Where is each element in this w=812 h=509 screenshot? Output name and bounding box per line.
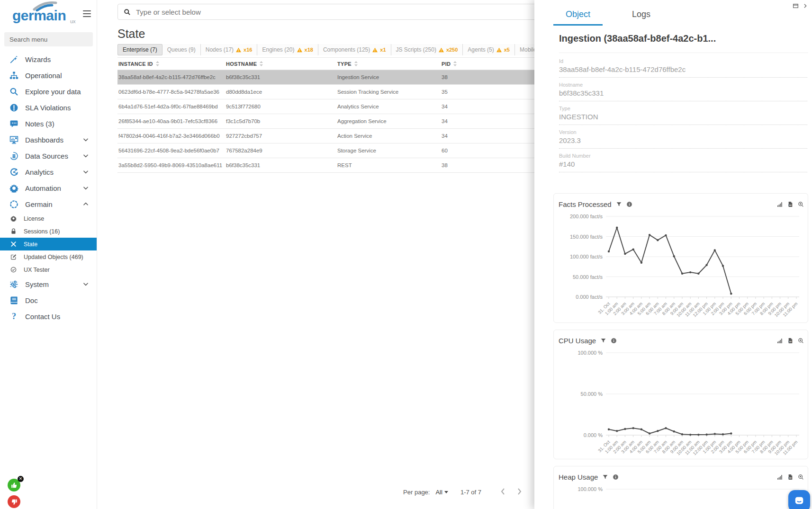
svg-text:!: ! bbox=[441, 49, 442, 52]
sidebar-item-label: SLA Violations bbox=[25, 104, 71, 112]
table-row[interactable]: 0623df6d-b78e-4777-8c5a-94278fa5ae36 d80… bbox=[117, 85, 539, 99]
warning-count: x16 bbox=[244, 47, 252, 53]
svg-text:!: ! bbox=[375, 49, 376, 52]
svg-text:CSV: CSV bbox=[789, 477, 792, 479]
field-build-number: Build Number #140 bbox=[559, 149, 807, 172]
table-row[interactable]: 26f85344-ae10-40aa-9b01-7efc53cf8366 f3c… bbox=[117, 114, 539, 129]
sidebar-subitem-license[interactable]: License bbox=[0, 212, 97, 225]
sidebar-subitem-ux-tester[interactable]: UX Tester bbox=[0, 263, 97, 276]
column-header-pid[interactable]: PID bbox=[441, 61, 539, 67]
sidebar-item-dashboards[interactable]: Dashboards bbox=[0, 132, 97, 148]
info-icon[interactable] bbox=[626, 201, 632, 207]
tab-object[interactable]: Object bbox=[553, 7, 603, 26]
sidebar-item-contact-us[interactable]: ? Contact Us bbox=[0, 308, 97, 324]
sidebar-item-germain[interactable]: Germain bbox=[0, 196, 97, 212]
tab-agents-5[interactable]: Agents (5) !x5 bbox=[463, 44, 515, 55]
info-icon[interactable] bbox=[613, 474, 619, 480]
sidebar-subitem-updated-objects-469[interactable]: Updated Objects (469) bbox=[0, 250, 97, 263]
chevron-up-icon bbox=[82, 201, 89, 207]
filter-icon[interactable] bbox=[616, 201, 622, 207]
table-row[interactable]: 6b4a1d76-51ef-4d2a-9f0c-67fae88469bd 9c5… bbox=[117, 99, 539, 114]
sidebar-item-label: Germain bbox=[25, 200, 53, 208]
zoom-in-icon[interactable] bbox=[798, 474, 804, 480]
tab-engines-20[interactable]: Engines (20) !x18 bbox=[257, 44, 318, 55]
chart-title: CPU Usage bbox=[559, 337, 596, 345]
warning-icon: ! bbox=[297, 47, 303, 53]
thumbs-up-button[interactable]: ✕ bbox=[8, 479, 20, 491]
sidebar-item-explore-your-data[interactable]: Explore your data bbox=[0, 83, 97, 99]
warning-icon: ! bbox=[372, 47, 378, 53]
info-icon[interactable] bbox=[611, 338, 617, 344]
sliders-icon bbox=[9, 279, 20, 289]
sort-icon[interactable] bbox=[354, 61, 358, 66]
sidebar-item-wizards[interactable]: Wizards bbox=[0, 51, 97, 67]
zoom-in-icon[interactable] bbox=[798, 338, 804, 344]
tab-queues-9[interactable]: Queues (9) bbox=[162, 44, 201, 55]
sidebar-nav: Wizards Operational Explore your data SL… bbox=[0, 51, 97, 212]
object-detail-panel: Object Logs Ingestion (38aa58af-b8ef-4a2… bbox=[534, 0, 812, 509]
sidebar-item-automation[interactable]: Automation bbox=[0, 180, 97, 196]
sidebar-subitem-sessions-16[interactable]: Sessions (16) bbox=[0, 225, 97, 238]
sidebar-item-sla-violations[interactable]: SLA Violations bbox=[0, 99, 97, 116]
table-row[interactable]: 56431696-22cf-4508-9ea2-bde56f0ae0b7 767… bbox=[117, 143, 539, 158]
column-header-hostname[interactable]: HOSTNAME bbox=[225, 61, 336, 67]
filter-icon[interactable] bbox=[600, 338, 606, 344]
sidebar-nav-bottom: System Doc ? Contact Us bbox=[0, 276, 97, 324]
sidebar-item-label: Contact Us bbox=[25, 313, 60, 321]
sidebar-item-system[interactable]: System bbox=[0, 276, 97, 292]
svg-text:50.000 %: 50.000 % bbox=[581, 391, 603, 397]
sidebar-item-data-sources[interactable]: Data Sources bbox=[0, 148, 97, 164]
tab-logs[interactable]: Logs bbox=[620, 7, 663, 26]
tab-components-125[interactable]: Components (125) !x1 bbox=[318, 44, 391, 55]
sidebar-subitem-label: Updated Objects (469) bbox=[24, 254, 83, 260]
next-page-button[interactable] bbox=[511, 486, 528, 499]
sort-icon[interactable] bbox=[156, 61, 159, 66]
sidebar-item-analytics[interactable]: Analytics bbox=[0, 164, 97, 180]
sort-icon[interactable] bbox=[453, 61, 457, 66]
tab-nodes-17[interactable]: Nodes (17) !x16 bbox=[201, 44, 258, 55]
bar-chart-icon[interactable] bbox=[777, 474, 783, 480]
sidebar-item-notes-3[interactable]: Notes (3) bbox=[0, 116, 97, 132]
table-row[interactable]: f47802d4-0046-416f-b7a2-3e3466d066b0 927… bbox=[117, 129, 539, 143]
export-csv-icon[interactable]: CSV bbox=[787, 338, 794, 344]
sitemap-icon bbox=[9, 71, 20, 80]
bar-chart-icon[interactable] bbox=[777, 338, 783, 344]
sidebar-item-operational[interactable]: Operational bbox=[0, 67, 97, 83]
hamburger-menu-icon[interactable] bbox=[83, 10, 91, 19]
expand-window-icon[interactable] bbox=[793, 3, 799, 9]
main-search-input[interactable] bbox=[136, 8, 533, 16]
caret-down-icon bbox=[444, 491, 448, 493]
sidebar-subitem-state[interactable]: State bbox=[0, 238, 97, 250]
export-csv-icon[interactable]: CSV bbox=[787, 201, 794, 207]
thumbs-down-button[interactable] bbox=[8, 495, 20, 508]
column-header-type[interactable]: TYPE bbox=[336, 61, 441, 67]
field-value: 2023.3 bbox=[559, 136, 807, 144]
export-csv-icon[interactable]: CSV bbox=[787, 474, 794, 480]
germain-logo: germain ux bbox=[11, 1, 82, 29]
menu-search-input[interactable] bbox=[4, 32, 93, 46]
sort-icon[interactable] bbox=[260, 61, 263, 66]
sidebar-item-label: Explore your data bbox=[25, 88, 81, 96]
chat-widget-button[interactable] bbox=[788, 490, 810, 509]
cell-type: Storage Service bbox=[336, 148, 441, 153]
table-row[interactable]: 38aa58af-b8ef-4a2c-b115-472d76ffbe2c b6f… bbox=[117, 70, 539, 85]
zoom-in-icon[interactable] bbox=[798, 201, 804, 207]
filter-icon[interactable] bbox=[602, 474, 608, 480]
tools-icon bbox=[10, 241, 18, 248]
close-icon[interactable]: ✕ bbox=[18, 476, 24, 482]
pagination: Per page: All 1-7 of 7 bbox=[403, 486, 528, 499]
svg-text:0.000 %: 0.000 % bbox=[584, 432, 603, 438]
previous-page-button[interactable] bbox=[495, 486, 511, 499]
panel-tabs: Object Logs bbox=[534, 0, 812, 26]
tab-enterprise-7[interactable]: Enterprise (7) bbox=[117, 44, 162, 55]
column-header-instance-id[interactable]: INSTANCE ID bbox=[117, 61, 225, 67]
sidebar-item-doc[interactable]: Doc bbox=[0, 292, 97, 308]
cell-type: Analytics Service bbox=[336, 104, 441, 109]
bar-chart-icon[interactable] bbox=[777, 201, 783, 207]
per-page-select[interactable]: All bbox=[435, 489, 448, 496]
tab-js-scripts-250[interactable]: JS Scripts (250) !x250 bbox=[391, 44, 463, 55]
table-row[interactable]: 3a55b8d2-5950-49b9-8069-43510a8ae611 b6f… bbox=[117, 158, 539, 173]
sidebar-item-label: Notes (3) bbox=[25, 120, 54, 128]
facts-processed-card: Facts Processed CSV 200.000 fact/s150.00… bbox=[553, 193, 808, 323]
collapse-panel-icon[interactable] bbox=[802, 3, 808, 9]
